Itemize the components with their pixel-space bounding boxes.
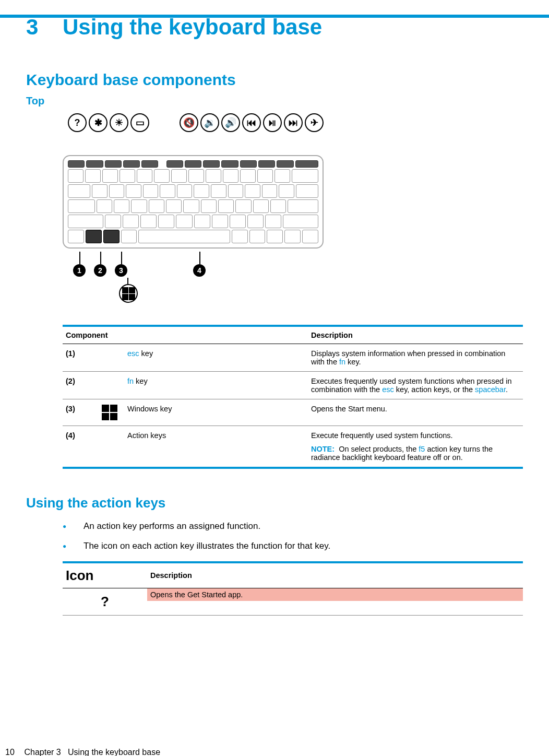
callout-4: 4 <box>193 264 206 277</box>
row-desc: Executes frequently used system function… <box>308 372 523 399</box>
bullet-item: An action key performs an assigned funct… <box>63 520 523 533</box>
previous-track-icon: ⏮ <box>242 113 261 132</box>
page-footer: 10 Chapter 3 Using the keyboard base <box>5 748 160 756</box>
row-desc: Displays system information when pressed… <box>308 344 523 372</box>
row-icon <box>95 372 124 399</box>
row-desc: Execute frequently used system functions… <box>308 426 523 468</box>
icon-table-header-description: Description <box>147 562 523 588</box>
row-name: esc key <box>124 344 308 372</box>
callout-2: 2 <box>94 264 106 277</box>
footer-chapter-title: Using the keyboard base <box>68 748 160 756</box>
section-heading-action-keys: Using the action keys <box>26 495 523 511</box>
airplane-mode-icon: ✈ <box>305 113 324 132</box>
row-desc: Opens the Start menu. <box>308 399 523 426</box>
next-track-icon: ⏭ <box>284 113 303 132</box>
volume-up-icon: 🔊 <box>221 113 240 132</box>
callout-3: 3 <box>115 264 127 277</box>
table-row: (2) fn key Executes frequently used syst… <box>63 372 523 399</box>
question-mark-icon: ? <box>63 588 147 615</box>
help-icon: ? <box>68 113 87 132</box>
action-key-icon-table: Icon Description ? Opens the Get Started… <box>63 561 523 616</box>
row-icon <box>95 399 124 426</box>
chapter-header: 3 Using the keyboard base <box>26 15 523 40</box>
mute-icon: 🔇 <box>180 113 198 132</box>
row-icon <box>95 426 124 468</box>
brightness-up-icon: ☀ <box>110 113 128 132</box>
row-num: (4) <box>63 426 95 468</box>
windows-key-highlight <box>103 230 120 243</box>
chapter-title: Using the keyboard base <box>63 15 322 40</box>
volume-down-icon: 🔉 <box>200 113 219 132</box>
table-row: (1) esc key Displays system information … <box>63 344 523 372</box>
windows-key-detail-icon <box>119 284 138 303</box>
section-heading-components: Keyboard base components <box>26 71 523 89</box>
page-top-accent-bar <box>0 15 549 18</box>
row-num: (1) <box>63 344 95 372</box>
icon-table-header-icon: Icon <box>63 562 147 588</box>
icon-row-description-highlighted: Opens the Get Started app. <box>147 588 523 601</box>
display-switch-icon: ▭ <box>130 113 149 132</box>
table-row: (3) Windows key Opens the Start menu. <box>63 399 523 426</box>
keyboard-illustration <box>63 155 324 249</box>
fn-key-highlight <box>86 230 102 243</box>
function-key-icons-row: ? ✱ ☀ ▭ 🔇 🔉 🔊 ⏮ ⏯ ⏭ ✈ <box>68 113 324 132</box>
component-table-header-component: Component <box>63 326 308 344</box>
component-table: Component Description (1) esc key Displa… <box>63 325 523 469</box>
brightness-down-icon: ✱ <box>89 113 108 132</box>
callout-1: 1 <box>73 264 86 277</box>
subsection-heading-top: Top <box>26 95 523 107</box>
row-name: Action keys <box>124 426 308 468</box>
row-name: Windows key <box>124 399 308 426</box>
page-number: 10 <box>5 748 22 756</box>
keyboard-figure: ? ✱ ☀ ▭ 🔇 🔉 🔊 ⏮ ⏯ ⏭ ✈ <box>63 113 523 314</box>
chapter-number: 3 <box>26 15 63 40</box>
table-row: (4) Action keys Execute frequently used … <box>63 426 523 468</box>
component-table-header-description: Description <box>308 326 523 344</box>
row-num: (2) <box>63 372 95 399</box>
row-num: (3) <box>63 399 95 426</box>
keyboard-callouts: 1 2 3 4 <box>63 252 324 314</box>
row-icon <box>95 344 124 372</box>
action-key-bullets: An action key performs an assigned funct… <box>63 520 523 552</box>
play-pause-icon: ⏯ <box>263 113 282 132</box>
row-name: fn key <box>124 372 308 399</box>
table-row: ? Opens the Get Started app. <box>63 588 523 615</box>
bullet-item: The icon on each action key illustrates … <box>63 540 523 552</box>
footer-chapter-label: Chapter 3 <box>24 748 61 756</box>
windows-icon <box>102 405 117 420</box>
